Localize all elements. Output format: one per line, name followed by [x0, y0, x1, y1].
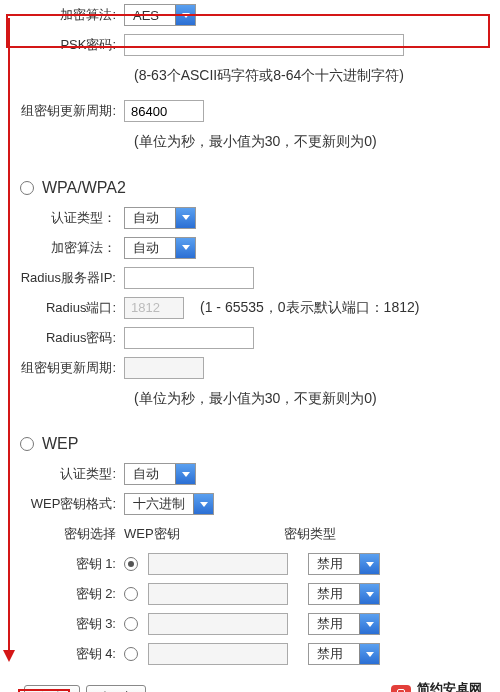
radius-port-input[interactable]: [124, 297, 184, 319]
chevron-down-icon: [193, 494, 213, 514]
encrypt-algo-label: 加密算法:: [14, 6, 124, 24]
wep-radio[interactable]: [20, 437, 34, 451]
group-rekey-label: 组密钥更新周期:: [14, 102, 124, 120]
wep-key1-input[interactable]: [148, 553, 288, 575]
chevron-down-icon: [175, 5, 195, 25]
chevron-down-icon: [359, 614, 379, 634]
bottom-button-bar: 保存 帮 助: [24, 685, 146, 692]
wpa-group-rekey-hint: (单位为秒，最小值为30，不更新则为0): [134, 385, 486, 417]
radius-port-label: Radius端口:: [14, 299, 124, 317]
wep-key3-radio[interactable]: [124, 617, 138, 631]
group-rekey-hint: (单位为秒，最小值为30，不更新则为0): [134, 128, 486, 160]
wpa-auth-select[interactable]: 自动: [124, 207, 196, 229]
encrypt-algo-select[interactable]: AES: [124, 4, 196, 26]
wep-key4-label: 密钥 4:: [14, 645, 124, 663]
wep-key2-label: 密钥 2:: [14, 585, 124, 603]
wep-format-select[interactable]: 十六进制: [124, 493, 214, 515]
wep-key2-type-select[interactable]: 禁用: [308, 583, 380, 605]
wpa-group-rekey-input[interactable]: [124, 357, 204, 379]
psk-password-input[interactable]: [124, 34, 404, 56]
wep-title: WEP: [42, 435, 78, 453]
chevron-down-icon: [175, 208, 195, 228]
psk-hint: (8-63个ASCII码字符或8-64个十六进制字符): [134, 62, 486, 94]
encrypt-algo-row: 加密算法: AES: [14, 2, 486, 28]
wep-key1-type-select[interactable]: 禁用: [308, 553, 380, 575]
chevron-down-icon: [359, 584, 379, 604]
radius-ip-label: Radius服务器IP:: [14, 269, 124, 287]
wep-key-row: 密钥 3: 禁用: [14, 611, 486, 637]
help-button[interactable]: 帮 助: [86, 685, 146, 692]
watermark: 简约安卓网 www.jylzwj.com: [387, 678, 490, 692]
chevron-down-icon: [359, 554, 379, 574]
group-rekey-input[interactable]: [124, 100, 204, 122]
android-icon: [391, 685, 411, 692]
wep-key3-type-select[interactable]: 禁用: [308, 613, 380, 635]
wep-key4-input[interactable]: [148, 643, 288, 665]
radius-pw-label: Radius密码:: [14, 329, 124, 347]
wep-key1-radio[interactable]: [124, 557, 138, 571]
wep-key-row: 密钥 2: 禁用: [14, 581, 486, 607]
wpa-algo-label: 加密算法：: [14, 239, 124, 257]
chevron-down-icon: [175, 238, 195, 258]
radius-pw-input[interactable]: [124, 327, 254, 349]
wep-key3-input[interactable]: [148, 613, 288, 635]
wep-key4-type-select[interactable]: 禁用: [308, 643, 380, 665]
wep-key-row: 密钥 1: 禁用: [14, 551, 486, 577]
chevron-down-icon: [175, 464, 195, 484]
wep-key4-radio[interactable]: [124, 647, 138, 661]
group-rekey-row: 组密钥更新周期:: [14, 98, 486, 124]
wep-section-head[interactable]: WEP: [20, 435, 486, 453]
wep-table-head: 密钥选择 WEP密钥 密钥类型: [14, 521, 486, 547]
psk-label: PSK密码:: [14, 36, 124, 54]
wep-key1-label: 密钥 1:: [14, 555, 124, 573]
radius-port-hint: (1 - 65535，0表示默认端口：1812): [200, 299, 419, 317]
chevron-down-icon: [359, 644, 379, 664]
wep-key2-radio[interactable]: [124, 587, 138, 601]
wpa-auth-label: 认证类型：: [14, 209, 124, 227]
wpa-radio[interactable]: [20, 181, 34, 195]
watermark-title: 简约安卓网: [417, 681, 482, 692]
wep-key-row: 密钥 4: 禁用: [14, 641, 486, 667]
wep-key2-input[interactable]: [148, 583, 288, 605]
red-arrow-annotation: [8, 18, 10, 658]
wpa-algo-select[interactable]: 自动: [124, 237, 196, 259]
wpa-group-rekey-label: 组密钥更新周期:: [14, 359, 124, 377]
wep-key3-label: 密钥 3:: [14, 615, 124, 633]
wep-auth-label: 认证类型:: [14, 465, 124, 483]
psk-password-row: PSK密码:: [14, 32, 486, 58]
wep-format-label: WEP密钥格式:: [14, 495, 124, 513]
wep-auth-select[interactable]: 自动: [124, 463, 196, 485]
save-button[interactable]: 保存: [24, 685, 80, 692]
radius-ip-input[interactable]: [124, 267, 254, 289]
wpa-section-head[interactable]: WPA/WPA2: [20, 179, 486, 197]
wpa-title: WPA/WPA2: [42, 179, 126, 197]
